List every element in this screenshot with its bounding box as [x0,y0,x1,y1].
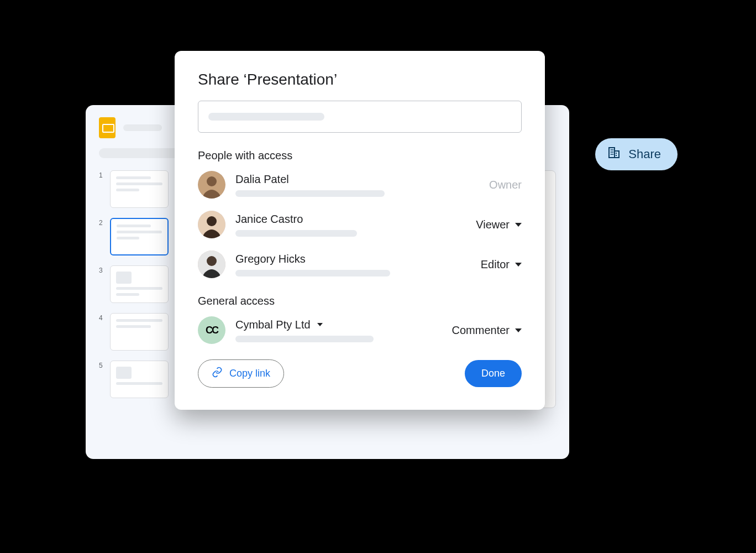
doc-title-placeholder [123,124,162,131]
svg-point-13 [207,216,217,226]
slide-thumbnail-selected[interactable] [110,218,169,255]
svg-point-15 [207,256,217,266]
avatar [198,211,225,238]
svg-rect-9 [616,155,617,156]
svg-rect-3 [612,149,613,150]
dialog-actions: Copy link Done [198,359,522,388]
person-name: Gregory Hicks [235,253,471,265]
org-desc-placeholder [235,336,374,342]
slide-thumbnail-row[interactable]: 4 [99,313,169,351]
general-access-heading: General access [198,295,522,307]
svg-rect-7 [612,154,613,155]
org-scope-dropdown[interactable]: Cymbal Pty Ltd [235,319,442,331]
slide-thumbnail-rail: 1 2 3 [99,170,169,408]
role-dropdown[interactable]: Commenter [452,324,522,337]
slide-thumbnail-row[interactable]: 1 [99,170,169,208]
person-row: Dalia Patel Owner [198,171,522,199]
person-info: Janice Castro [235,213,466,237]
share-button-pill[interactable]: Share [595,138,678,170]
chevron-down-icon [515,223,522,227]
slide-number: 4 [99,313,104,322]
role-dropdown[interactable]: Viewer [476,218,522,231]
person-email-placeholder [235,270,390,276]
person-name: Dalia Patel [235,173,479,186]
avatar [198,171,225,199]
svg-point-11 [207,176,217,186]
avatar [198,251,225,278]
chevron-down-icon [317,323,323,326]
slide-thumbnail-row[interactable]: 5 [99,361,169,398]
people-with-access-heading: People with access [198,149,522,162]
slide-thumbnail[interactable] [110,265,169,303]
copy-link-label: Copy link [229,368,270,379]
copy-link-button[interactable]: Copy link [198,359,284,388]
person-row: Gregory Hicks Editor [198,251,522,278]
svg-rect-4 [611,152,612,153]
svg-rect-5 [612,152,613,153]
slide-number: 5 [99,361,104,369]
svg-rect-1 [615,151,619,158]
person-info: Gregory Hicks [235,253,471,276]
input-placeholder-skeleton [208,113,324,121]
link-icon [212,367,223,380]
svg-rect-8 [616,153,617,154]
svg-rect-6 [611,154,612,155]
org-avatar: CC [198,316,225,344]
slides-logo-icon [99,117,116,138]
slide-number: 2 [99,218,104,227]
role-dropdown[interactable]: Editor [481,258,522,271]
slide-number: 1 [99,170,104,179]
role-label-owner: Owner [489,179,522,191]
person-email-placeholder [235,230,357,237]
svg-rect-2 [611,149,612,150]
slide-number: 3 [99,265,104,274]
person-name: Janice Castro [235,213,466,226]
person-row: Janice Castro Viewer [198,211,522,238]
slide-thumbnail-row[interactable]: 3 [99,265,169,303]
person-email-placeholder [235,190,385,197]
slide-thumbnail-row[interactable]: 2 [99,218,169,255]
share-pill-label: Share [628,147,661,161]
general-access-row: CC Cymbal Pty Ltd Commenter [198,316,522,344]
share-dialog: Share ‘Presentation’ People with access … [175,51,545,410]
org-name: Cymbal Pty Ltd [235,319,311,331]
chevron-down-icon [515,263,522,267]
building-icon [607,146,621,163]
add-people-input[interactable] [198,101,522,133]
person-info: Dalia Patel [235,173,479,197]
chevron-down-icon [515,328,522,332]
org-info: Cymbal Pty Ltd [235,319,442,342]
slide-thumbnail[interactable] [110,361,169,398]
slide-thumbnail[interactable] [110,313,169,351]
slide-thumbnail[interactable] [110,170,169,208]
done-button[interactable]: Done [465,360,522,387]
dialog-title: Share ‘Presentation’ [198,71,522,88]
